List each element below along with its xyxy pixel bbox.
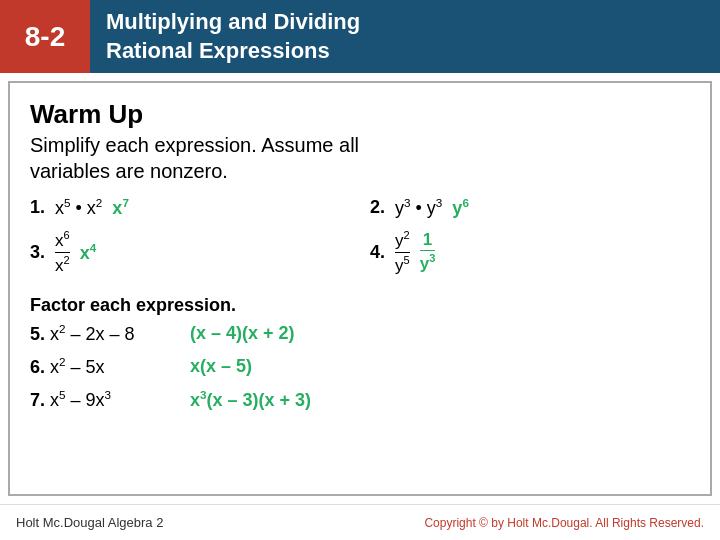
lesson-badge: 8-2 — [0, 0, 90, 73]
problem-4-fraction: y2 y5 — [395, 229, 410, 275]
footer-left: Holt Mc.Dougal Algebra 2 — [16, 515, 163, 530]
problem-4-answer: 1 y3 — [420, 231, 436, 274]
header: 8-2 Multiplying and Dividing Rational Ex… — [0, 0, 720, 73]
title-line2: Rational Expressions — [106, 37, 360, 66]
simplify-instruction: Simplify each expression. Assume all var… — [30, 132, 690, 184]
problem-4-ans-numerator: 1 — [420, 231, 436, 252]
problem-1-answer: x7 — [112, 196, 129, 219]
problem-2-number: 2. — [370, 197, 385, 218]
problem-3-number: 3. — [30, 242, 45, 263]
problem-3-numerator: x6 — [55, 229, 70, 252]
factor-5-expression: 5. x2 – 2x – 8 — [30, 322, 170, 345]
factor-title: Factor each expression. — [30, 295, 690, 316]
problem-2: 2. y3 • y3 y6 — [370, 196, 690, 219]
factor-6-answer: x(x – 5) — [190, 356, 252, 377]
warm-up-title: Warm Up — [30, 99, 690, 130]
factor-5-answer: (x – 4)(x + 2) — [190, 323, 295, 344]
problem-1-number: 1. — [30, 197, 45, 218]
problem-4-ans-denominator: y3 — [420, 251, 436, 273]
problem-3-answer: x4 — [80, 241, 97, 264]
problem-4-denominator: y5 — [395, 253, 410, 275]
problem-3-denominator: x2 — [55, 253, 70, 275]
factor-7-answer: x3(x – 3)(x + 3) — [190, 388, 311, 411]
problem-2-answer: y6 — [452, 196, 469, 219]
header-title: Multiplying and Dividing Rational Expres… — [90, 0, 376, 73]
footer: Holt Mc.Dougal Algebra 2 Copyright © by … — [0, 504, 720, 540]
problem-1: 1. x5 • x2 x7 — [30, 196, 350, 219]
factor-7-expression: 7. x5 – 9x3 — [30, 388, 170, 411]
factor-problem-5: 5. x2 – 2x – 8 (x – 4)(x + 2) — [30, 322, 690, 345]
factor-problem-7: 7. x5 – 9x3 x3(x – 3)(x + 3) — [30, 388, 690, 411]
factor-problem-6: 6. x2 – 5x x(x – 5) — [30, 355, 690, 378]
content-box: Warm Up Simplify each expression. Assume… — [8, 81, 712, 496]
footer-copyright: Copyright © by Holt Mc.Dougal. All Right… — [424, 516, 704, 530]
slide: 8-2 Multiplying and Dividing Rational Ex… — [0, 0, 720, 540]
title-line1: Multiplying and Dividing — [106, 8, 360, 37]
problem-4-numerator: y2 — [395, 229, 410, 252]
simplify-problems-grid: 1. x5 • x2 x7 2. y3 • y3 y6 3. x6 x2 — [30, 196, 690, 285]
problem-3: 3. x6 x2 x4 — [30, 229, 350, 275]
factor-6-expression: 6. x2 – 5x — [30, 355, 170, 378]
problem-3-fraction: x6 x2 — [55, 229, 70, 275]
problem-2-expression: y3 • y3 — [395, 196, 442, 219]
problem-4-number: 4. — [370, 242, 385, 263]
problem-4: 4. y2 y5 1 y3 — [370, 229, 690, 275]
problem-1-expression: x5 • x2 — [55, 196, 102, 219]
